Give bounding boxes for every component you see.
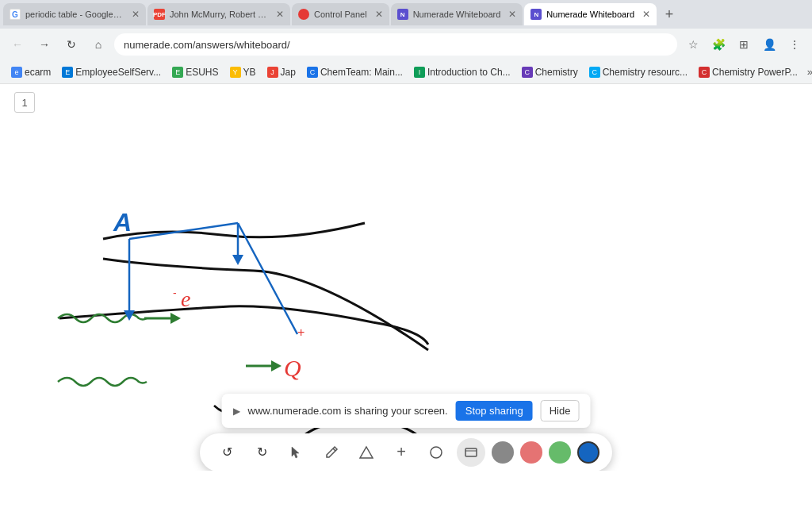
browser-toolbar-icons: ☆ 🧩 ⊞ 👤 ⋮ [682,33,806,56]
svg-rect-18 [465,448,477,456]
account-button[interactable]: 👤 [758,33,780,56]
url-input[interactable] [114,33,677,56]
svg-line-15 [333,448,335,451]
bookmarks-more-button[interactable]: » [804,64,812,79]
home-button[interactable]: ⌂ [87,33,109,56]
bookmark-chemistry-label: Chemistry [535,67,578,78]
frame-icon [464,445,478,460]
color-gray[interactable] [492,441,514,464]
bookmark-ecarm[interactable]: e ecarm [6,65,56,79]
new-tab-button[interactable]: + [658,3,680,25]
color-red[interactable] [520,441,542,464]
svg-marker-16 [360,447,373,458]
address-bar: ← → ↻ ⌂ ☆ 🧩 ⊞ 👤 ⋮ [0,29,812,60]
pen-icon [324,445,339,460]
cp-favicon [298,9,309,20]
tab3-close[interactable]: ✕ [375,9,383,20]
svg-text:e: e [181,287,190,311]
bookmark-chemteam[interactable]: C ChemTeam: Main... [302,65,408,79]
numerade-favicon-1: N [397,9,408,20]
bookmark-employee-label: EmployeeSelfServ... [75,67,161,78]
bookmark-esuhs[interactable]: E ESUHS [167,65,223,79]
whiteboard-area: 1 e - Q + A [0,84,812,471]
extension-button-2[interactable]: ⊞ [733,33,755,56]
stop-sharing-button[interactable]: Stop sharing [456,401,533,421]
numerade-favicon-2: N [530,9,542,20]
eraser-button[interactable] [422,438,450,467]
svg-text:A: A [113,208,132,237]
bookmark-chem-resources[interactable]: C Chemistry resourc... [584,65,692,79]
hide-button[interactable]: Hide [541,400,580,421]
bookmark-yb-label: YB [243,67,256,78]
tab1-close[interactable]: ✕ [132,9,140,20]
cursor-icon [289,445,304,460]
svg-text:+: + [297,325,304,339]
bookmark-star-button[interactable]: ☆ [682,33,704,56]
bookmark-chem-powerpoint[interactable]: C Chemistry PowerP... [694,65,802,79]
frame-button[interactable] [457,438,485,467]
extension-puzzle-button[interactable]: 🧩 [707,33,730,56]
svg-text:Q: Q [284,355,301,381]
triangle-icon [359,445,373,460]
tab-numerade-1[interactable]: N Numerade Whiteboard ✕ [391,3,523,25]
bookmark-intro-chem[interactable]: I Introduction to Ch... [409,65,515,79]
add-button[interactable]: + [387,438,416,467]
undo-button[interactable]: ↺ [213,438,241,467]
color-green[interactable] [549,441,571,464]
pen-button[interactable] [317,438,346,467]
svg-line-9 [129,223,238,239]
back-button[interactable]: ← [6,33,29,56]
svg-marker-0 [170,313,181,324]
browser-chrome: G periodic table - Google Search ✕ PDF J… [0,0,812,84]
tab5-title: Numerade Whiteboard [546,10,634,19]
tab4-title: Numerade Whiteboard [413,10,501,19]
tab5-close[interactable]: ✕ [642,9,650,20]
bookmark-jap[interactable]: J Jap [262,65,301,79]
svg-text:-: - [173,287,177,299]
more-options-button[interactable]: ⋮ [783,33,806,56]
forward-button[interactable]: → [33,33,56,56]
pdf-favicon: PDF [154,9,165,20]
bookmark-intro-label: Introduction to Ch... [427,67,511,78]
redo-button[interactable]: ↻ [247,438,276,467]
bookmark-chemistry[interactable]: C Chemistry [517,65,583,79]
screen-share-notification: ▶ www.numerade.com is sharing your scree… [222,394,591,428]
shapes-button[interactable] [352,438,381,467]
tab-pdf[interactable]: PDF John McMurry, Robert C. Fay... ✕ [147,3,290,25]
bookmark-jap-label: Jap [281,67,296,78]
tab4-close[interactable]: ✕ [508,9,516,20]
tab-numerade-2[interactable]: N Numerade Whiteboard ✕ [524,3,657,25]
reload-button[interactable]: ↻ [60,33,82,56]
bookmark-esuhs-label: ESUHS [186,67,218,78]
bookmarks-bar: e ecarm E EmployeeSelfServ... E ESUHS Y … [0,60,812,84]
screen-share-message: www.numerade.com is sharing your screen. [248,405,448,417]
select-button[interactable] [282,438,311,467]
svg-marker-11 [232,255,243,265]
svg-line-12 [238,223,297,334]
bookmark-yb[interactable]: Y YB [225,65,261,79]
bookmark-chemres-label: Chemistry resourc... [603,67,688,78]
bottom-toolbar: ↺ ↻ + [0,433,812,471]
bookmark-chemteam-label: ChemTeam: Main... [320,67,403,78]
bookmark-ecarm-label: ecarm [25,67,51,78]
svg-marker-1 [271,360,282,371]
color-blue[interactable] [577,441,599,464]
svg-point-17 [431,447,442,458]
tab2-close[interactable]: ✕ [276,9,284,20]
tab-google-search[interactable]: G periodic table - Google Search ✕ [3,3,146,25]
tab2-title: John McMurry, Robert C. Fay... [170,10,268,19]
tab-bar: G periodic table - Google Search ✕ PDF J… [0,0,812,29]
google-favicon: G [10,9,21,20]
eraser-icon [429,445,443,460]
tab3-title: Control Panel [314,10,367,19]
tab1-title: periodic table - Google Search [25,10,124,19]
tab-control-panel[interactable]: Control Panel ✕ [292,3,389,25]
bookmark-employee[interactable]: E EmployeeSelfServ... [57,65,166,79]
screen-share-icon: ▶ [233,406,240,417]
toolbar-container: ↺ ↻ + [200,433,612,471]
bookmark-chemppt-label: Chemistry PowerP... [712,67,798,78]
